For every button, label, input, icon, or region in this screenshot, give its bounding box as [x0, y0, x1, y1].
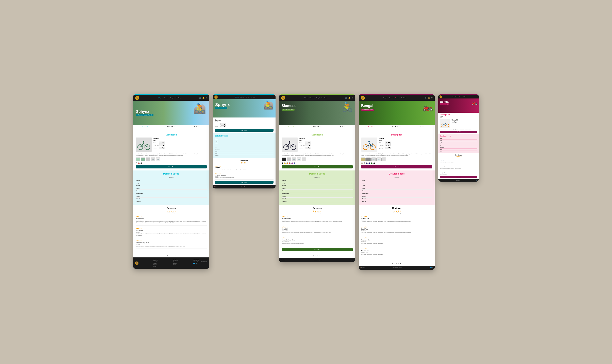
thumb-be-3[interactable]: 🚲 — [371, 157, 376, 161]
nav-sphynx-active-med[interactable]: Sphynx — [235, 96, 239, 98]
tab-description-sphynx[interactable]: Description — [133, 125, 159, 129]
page-1[interactable]: ◀ — [167, 254, 168, 256]
mail-si[interactable]: ✉ — [352, 97, 353, 99]
nav-bengal-bsm-active[interactable]: Bengal — [459, 96, 462, 97]
mail-icon[interactable]: ✉ — [206, 97, 207, 99]
nav-sphynx-bsm[interactable]: Sphynx — [452, 96, 454, 97]
thumb-si-4[interactable]: 🚲 — [297, 157, 301, 161]
nav-link-ourstory[interactable]: Our Story — [176, 97, 181, 99]
cd-red-si[interactable] — [289, 162, 290, 164]
color-drop-si[interactable]: ▼ — [305, 142, 311, 144]
page-num-1[interactable]: 1 — [169, 254, 169, 256]
cd-orange-si[interactable] — [286, 162, 288, 164]
nav-bengal-be-active[interactable]: Bengal — [395, 97, 399, 99]
add-cart-siamese[interactable]: Add to Cart — [282, 165, 353, 169]
qty-drop-sphynx-med[interactable]: ▼ — [220, 125, 226, 127]
nav-bengal-med[interactable]: Bengal — [246, 96, 249, 98]
size-drop-si[interactable]: ▼ — [305, 144, 311, 146]
tab-desc-be[interactable]: Description — [359, 125, 384, 129]
add-cart-be-sm[interactable]: Add to Cart — [440, 131, 477, 133]
nav-siamese-bsm[interactable]: Siamese — [456, 96, 459, 97]
nav-link-bengal[interactable]: Bengal — [170, 97, 174, 99]
add-cart-reviews-si[interactable]: Add to Cart — [282, 248, 353, 251]
si-page-3[interactable]: 3 — [319, 255, 319, 256]
tab-reviews-si[interactable]: Reviews — [330, 125, 355, 129]
cd-gold-si[interactable] — [284, 162, 286, 164]
page-num-2[interactable]: 2 — [171, 254, 172, 256]
cart-icon[interactable]: 🛒 — [199, 97, 201, 99]
tab-reviews-sphynx[interactable]: Reviews — [184, 125, 209, 129]
page-next[interactable]: ▶ — [175, 254, 176, 256]
cd-navy-be[interactable] — [366, 162, 368, 164]
footer-about-3[interactable]: Siamese — [153, 264, 158, 265]
thumb-2-sphynx[interactable] — [141, 157, 145, 161]
thumb-be-1[interactable] — [361, 157, 366, 161]
footer-bikes-3[interactable]: Bengal — [173, 264, 178, 265]
thumb-be-5[interactable] — [381, 157, 386, 161]
page-num-3[interactable]: 3 — [173, 254, 173, 256]
thumb-be-4[interactable]: 🚲 — [376, 157, 381, 161]
thumb-si-3[interactable]: 🚲 — [292, 157, 296, 161]
tab-desc-si[interactable]: Description — [279, 125, 304, 129]
size-dropdown-sphynx[interactable]: ▼ — [159, 144, 165, 146]
cart-si[interactable]: 🛒 — [345, 97, 347, 99]
nav-story-be[interactable]: Our Story — [401, 97, 406, 99]
cd-grey-be[interactable] — [364, 162, 365, 164]
thumb-4-sphynx[interactable]: 🚲 — [151, 157, 155, 161]
add-cart-reviews-sphynx-med[interactable]: Add to Cart — [215, 181, 273, 184]
thumb-3-sphynx[interactable] — [146, 157, 150, 161]
color-dropdown-sphynx[interactable]: ▼ — [159, 142, 165, 144]
footer-about-4[interactable]: Bengal — [153, 266, 158, 267]
nav-sphynx-si[interactable]: Sphynx — [304, 97, 308, 99]
tab-specs-si[interactable]: Detailed Specs — [304, 125, 330, 129]
bell-si[interactable]: 🔔 — [348, 97, 351, 99]
footer-about-2[interactable]: Sphynx — [153, 263, 158, 264]
cd-blue-be[interactable] — [368, 162, 370, 164]
tab-specs-be[interactable]: Detailed Specs — [384, 125, 409, 129]
qty-select-be-sm[interactable]: ▼ — [452, 121, 457, 123]
thumb-si-5[interactable] — [302, 157, 306, 161]
be-page-2[interactable]: 2 — [396, 263, 397, 264]
nav-siamese-med[interactable]: Siamese — [240, 96, 244, 98]
cart-be[interactable]: 🛒 — [425, 97, 427, 99]
color-drop-sphynx-med[interactable]: ▼ — [220, 123, 226, 125]
size-drop-be[interactable]: ▼ — [385, 144, 391, 146]
add-to-cart-sphynx[interactable]: Add to Cart — [136, 165, 207, 169]
nav-story-si[interactable]: Our Story — [322, 97, 327, 99]
nav-siamese-be[interactable]: Siamese — [389, 97, 394, 99]
cd-purple-si[interactable] — [291, 162, 293, 164]
si-page-next[interactable]: ▶ — [321, 255, 322, 256]
cd-tan-be[interactable] — [361, 162, 363, 164]
color-black-sphynx[interactable] — [140, 162, 142, 164]
nav-story-med[interactable]: Our Story — [251, 96, 255, 98]
nav-link-sphynx-active[interactable]: Sphynx — [158, 97, 162, 99]
mail-be[interactable]: ✉ — [431, 97, 433, 99]
nav-bengal-si[interactable]: Bengal — [316, 97, 320, 99]
tab-reviews-be[interactable]: Reviews — [409, 125, 435, 129]
tab-specs-sphynx[interactable]: Detailed Specs — [159, 125, 184, 129]
qty-dropdown-sphynx[interactable]: ▼ — [159, 147, 165, 149]
footer-bikes-2[interactable]: Siamese — [173, 263, 178, 264]
bell-be[interactable]: 🔔 — [428, 97, 430, 99]
add-cart-reviews-be-sm[interactable]: Add to Cart — [440, 176, 477, 178]
cd-black-be[interactable] — [373, 162, 375, 164]
be-page-prev[interactable]: ◀ — [392, 263, 393, 264]
si-page-prev[interactable]: ◀ — [313, 255, 313, 256]
footer-about-1[interactable]: About Us — [153, 261, 158, 262]
bell-icon[interactable]: 🔔 — [203, 97, 204, 99]
si-page-2[interactable]: 2 — [317, 255, 317, 256]
be-page-1[interactable]: 1 — [394, 263, 395, 264]
nav-siamese-si-active[interactable]: Siamese — [310, 97, 314, 99]
footer-bikes-1[interactable]: Sphynx — [173, 261, 178, 262]
cd-black-si[interactable] — [282, 162, 283, 164]
thumb-1-sphynx[interactable] — [136, 157, 140, 161]
add-cart-bengal[interactable]: Add to Cart — [361, 165, 432, 169]
nav-link-siamese[interactable]: Siamese — [164, 97, 168, 99]
nav-story-bsm[interactable]: Our Story — [463, 96, 466, 97]
color-red-sphynx[interactable] — [138, 162, 140, 164]
qty-drop-si[interactable]: ▼ — [305, 147, 311, 149]
thumb-be-2[interactable] — [366, 157, 371, 161]
add-cart-sphynx-med[interactable]: Add to Cart — [215, 129, 273, 132]
nav-sphynx-be[interactable]: Sphynx — [383, 97, 387, 99]
thumb-si-2[interactable] — [287, 157, 291, 161]
